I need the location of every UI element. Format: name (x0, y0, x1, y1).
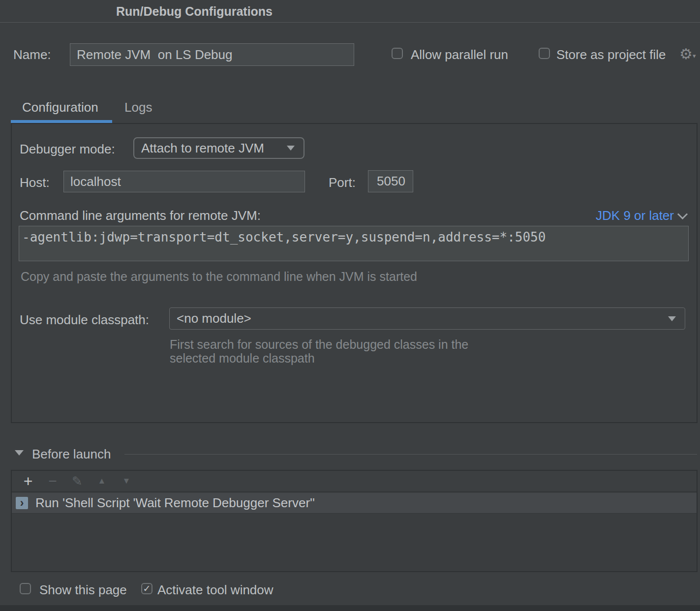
chevron-down-icon (677, 209, 688, 219)
module-classpath-label: Use module classpath: (20, 312, 149, 328)
show-this-page-label[interactable]: Show this page (39, 582, 127, 598)
allow-parallel-run-label[interactable]: Allow parallel run (411, 47, 508, 62)
host-input[interactable] (63, 171, 305, 192)
debugger-mode-value: Attach to remote JVM (141, 141, 264, 156)
remove-icon[interactable]: − (40, 473, 65, 489)
store-as-project-file-label[interactable]: Store as project file (556, 47, 666, 62)
gear-dropdown-arrow-icon[interactable]: ▾ (693, 52, 696, 60)
activate-tool-window-label[interactable]: Activate tool window (157, 582, 274, 598)
before-launch-task-row[interactable]: › Run 'Shell Script 'Wait Remote Debugge… (12, 493, 697, 514)
name-label: Name: (13, 47, 51, 62)
host-label: Host: (20, 175, 50, 190)
before-launch-task-label: Run 'Shell Script 'Wait Remote Debugger … (35, 495, 315, 511)
store-as-project-file-checkbox[interactable] (539, 48, 550, 59)
move-up-icon[interactable]: ▲ (90, 476, 114, 486)
module-classpath-value: <no module> (177, 311, 251, 326)
port-input[interactable] (368, 170, 413, 192)
port-label: Port: (329, 175, 356, 190)
module-classpath-hint: First search for sources of the debugged… (170, 337, 504, 365)
dialog-title-bar: Run/Debug Configurations (0, 0, 700, 23)
command-line-label: Command line arguments for remote JVM: (20, 208, 261, 223)
before-launch-collapse-icon[interactable] (15, 450, 24, 456)
show-this-page-checkbox[interactable] (20, 583, 31, 594)
add-icon[interactable]: + (16, 472, 40, 490)
move-down-icon[interactable]: ▼ (114, 476, 139, 486)
activate-tool-window-checkbox[interactable]: ✓ (141, 583, 152, 594)
before-launch-divider (124, 454, 697, 455)
dropdown-arrow-icon (287, 146, 295, 151)
module-classpath-dropdown[interactable]: <no module> (169, 307, 685, 330)
debugger-mode-dropdown[interactable]: Attach to remote JVM (133, 137, 304, 159)
command-line-arguments-field[interactable]: -agentlib:jdwp=transport=dt_socket,serve… (19, 226, 689, 261)
tab-configuration[interactable]: Configuration (22, 100, 98, 115)
run-debug-configurations-dialog: Run/Debug Configurations Name: Allow par… (0, 0, 700, 611)
before-launch-toolbar: + − ✎ ▲ ▼ (12, 471, 697, 492)
jdk-version-link-text: JDK 9 or later (596, 208, 674, 223)
tab-logs[interactable]: Logs (124, 100, 152, 115)
jdk-version-link[interactable]: JDK 9 or later (596, 208, 686, 223)
command-line-hint: Copy and paste the arguments to the comm… (21, 270, 417, 284)
name-input[interactable] (70, 43, 354, 66)
before-launch-title: Before launch (32, 447, 111, 462)
check-icon: ✓ (143, 583, 151, 594)
allow-parallel-run-checkbox[interactable] (392, 48, 403, 59)
dialog-title: Run/Debug Configurations (116, 4, 273, 19)
shell-script-run-icon: › (16, 497, 28, 509)
before-launch-panel: + − ✎ ▲ ▼ › Run 'Shell Script 'Wait Remo… (11, 470, 698, 572)
edit-pencil-icon[interactable]: ✎ (65, 474, 90, 489)
gear-icon[interactable]: ⚙ (679, 45, 693, 62)
dialog-bottom-edge (0, 605, 700, 611)
debugger-mode-label: Debugger mode: (20, 142, 115, 157)
before-launch-task-list: › Run 'Shell Script 'Wait Remote Debugge… (12, 492, 697, 571)
dropdown-arrow-icon (668, 316, 676, 321)
